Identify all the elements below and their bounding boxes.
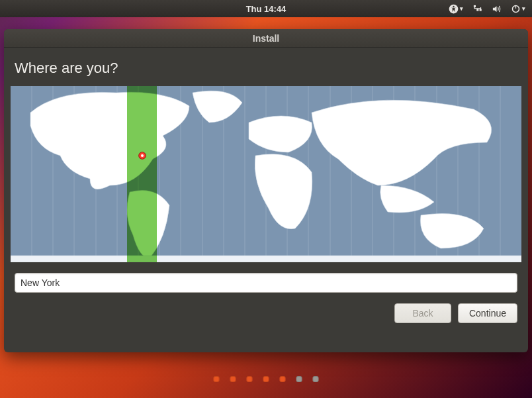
progress-dots [214, 376, 319, 382]
progress-dot [230, 376, 236, 382]
progress-dot [263, 376, 269, 382]
volume-icon[interactable] [492, 4, 502, 14]
timezone-input[interactable] [15, 273, 517, 293]
progress-dot [247, 376, 253, 382]
clock-label: Thu 14:44 [246, 4, 287, 14]
network-icon[interactable] [472, 4, 482, 14]
top-menu-bar: Thu 14:44 ▾ ▾ [0, 0, 532, 17]
power-icon[interactable]: ▾ [511, 4, 525, 14]
svg-rect-2 [474, 5, 476, 7]
timezone-map[interactable] [11, 86, 521, 262]
svg-point-31 [141, 154, 144, 157]
back-button[interactable]: Back [394, 303, 451, 323]
svg-point-1 [453, 5, 455, 7]
location-pin-icon [138, 151, 147, 160]
progress-dot [296, 376, 302, 382]
installer-window: Install Where are you? [4, 29, 528, 352]
accessibility-icon[interactable]: ▾ [449, 4, 463, 14]
timezone-highlight-band [127, 86, 157, 262]
top-bar-status-area: ▾ ▾ [449, 4, 525, 14]
progress-dot [214, 376, 220, 382]
progress-dot [313, 376, 319, 382]
svg-rect-6 [515, 5, 516, 8]
page-title: Where are you? [11, 60, 521, 77]
progress-dot [280, 376, 286, 382]
continue-button[interactable]: Continue [458, 303, 517, 323]
window-titlebar[interactable]: Install [4, 29, 528, 48]
